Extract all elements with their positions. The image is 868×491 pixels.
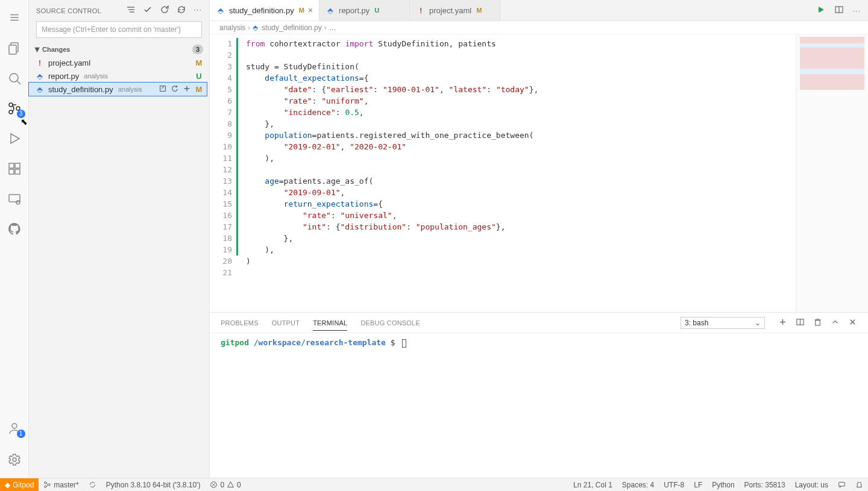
kill-terminal-icon[interactable] xyxy=(813,317,822,328)
file-folder: analysis xyxy=(84,72,108,80)
line-number: 16 xyxy=(210,210,232,221)
view-tree-icon[interactable] xyxy=(126,5,136,16)
new-terminal-icon[interactable] xyxy=(778,317,787,328)
feedback-icon[interactable] xyxy=(833,481,851,489)
line-number: 19 xyxy=(210,244,232,255)
bell-icon[interactable] xyxy=(851,481,868,489)
extensions-icon[interactable] xyxy=(0,154,29,183)
svg-rect-43 xyxy=(839,482,845,486)
line-number: 6 xyxy=(210,95,232,107)
python-interpreter[interactable]: Python 3.8.10 64-bit ('3.8.10') xyxy=(101,481,206,489)
editor-tab[interactable]: ⬘report.pyU xyxy=(319,0,410,20)
breadcrumb-more: … xyxy=(329,23,336,32)
svg-point-8 xyxy=(9,110,13,114)
python-file-icon: ⬘ xyxy=(216,6,225,15)
more-icon[interactable]: ··· xyxy=(193,5,202,16)
search-icon[interactable] xyxy=(0,64,29,93)
line-number: 11 xyxy=(210,152,232,164)
encoding[interactable]: UTF-8 xyxy=(659,481,689,489)
split-editor-icon[interactable] xyxy=(834,5,844,16)
breadcrumb-sep: › xyxy=(248,23,250,32)
commit-message-input[interactable]: Message (Ctrl+Enter to commit on 'master… xyxy=(36,21,202,38)
split-terminal-icon[interactable] xyxy=(796,317,805,328)
close-tab-icon[interactable]: × xyxy=(308,5,313,15)
terminal[interactable]: gitpod /workspace/research-template $ xyxy=(210,333,868,478)
change-item[interactable]: ⬘report.pyanalysisU xyxy=(29,69,207,83)
svg-rect-14 xyxy=(15,169,20,174)
code-editor[interactable]: from cohortextractor import StudyDefinit… xyxy=(240,34,796,312)
language-mode[interactable]: Python xyxy=(707,481,739,489)
svg-point-16 xyxy=(16,201,20,204)
maximize-panel-icon[interactable] xyxy=(831,317,840,328)
accounts-icon[interactable]: 1 xyxy=(0,414,29,443)
line-number-gutter: 123456789101112131415161718192021 xyxy=(210,34,240,312)
line-number: 13 xyxy=(210,175,232,187)
stage-icon[interactable] xyxy=(183,84,191,95)
gitpod-button[interactable]: ◆ Gitpod xyxy=(0,478,39,491)
github-icon[interactable] xyxy=(0,214,29,243)
gitpod-icon: ◆ xyxy=(5,481,10,489)
sync-icon[interactable] xyxy=(177,5,186,16)
layout[interactable]: Layout: us xyxy=(790,481,833,489)
sidebar-title: SOURCE CONTROL xyxy=(36,7,101,14)
line-number: 20 xyxy=(210,255,232,267)
eol[interactable]: LF xyxy=(689,481,707,489)
minimap[interactable] xyxy=(796,34,868,312)
open-file-icon[interactable] xyxy=(159,84,167,95)
explorer-icon[interactable] xyxy=(0,34,29,63)
yaml-file-icon: ! xyxy=(416,6,426,15)
ports[interactable]: Ports: 35813 xyxy=(740,481,790,489)
panel-tab-problems[interactable]: PROBLEMS xyxy=(221,319,259,327)
tab-status: M xyxy=(299,7,304,14)
run-debug-icon[interactable] xyxy=(0,124,29,153)
line-number: 17 xyxy=(210,221,232,233)
terminal-cursor xyxy=(402,339,406,348)
changes-section-header[interactable]: ▶Changes 3 xyxy=(29,43,209,56)
commit-icon[interactable] xyxy=(143,5,153,16)
tab-status: M xyxy=(476,7,482,14)
python-file-icon: ⬘ xyxy=(326,6,335,15)
svg-point-5 xyxy=(10,73,18,82)
branch-indicator[interactable]: master* xyxy=(39,481,83,489)
editor-tab[interactable]: !project.yamlM xyxy=(410,0,500,20)
close-panel-icon[interactable] xyxy=(848,317,857,328)
remote-icon[interactable] xyxy=(0,184,29,213)
menu-button[interactable] xyxy=(0,4,29,33)
svg-marker-25 xyxy=(819,7,824,13)
run-file-icon[interactable] xyxy=(816,5,826,16)
terminal-user: gitpod xyxy=(221,338,249,347)
terminal-prompt-symbol: $ xyxy=(391,338,395,347)
svg-point-18 xyxy=(13,458,16,461)
svg-point-17 xyxy=(12,424,17,428)
indentation[interactable]: Spaces: 4 xyxy=(617,481,659,489)
panel-tab-debug-console[interactable]: DEBUG CONSOLE xyxy=(360,319,420,327)
tab-label: study_definition.py xyxy=(229,6,294,15)
breadcrumb-sep: › xyxy=(324,23,327,32)
change-item[interactable]: ⬘study_definition.pyanalysis M xyxy=(29,83,207,96)
line-number: 7 xyxy=(210,107,232,118)
refresh-icon[interactable] xyxy=(160,5,169,16)
terminal-selector[interactable]: 3: bash xyxy=(681,317,765,329)
line-number: 8 xyxy=(210,118,232,130)
chevron-down-icon: ▶ xyxy=(34,47,41,52)
svg-rect-13 xyxy=(9,169,14,174)
more-actions-icon[interactable]: ··· xyxy=(852,6,861,15)
changes-label: Changes xyxy=(42,46,70,53)
cursor-position[interactable]: Ln 21, Col 1 xyxy=(568,481,617,489)
diff-added-marker xyxy=(236,38,238,255)
accounts-badge: 1 xyxy=(17,430,25,438)
breadcrumb[interactable]: analysis › ⬘ study_definition.py › … xyxy=(210,21,868,34)
settings-gear-icon[interactable] xyxy=(0,445,29,474)
panel-tab-output[interactable]: OUTPUT xyxy=(272,319,300,327)
problems-indicator[interactable]: 0 0 xyxy=(205,481,245,489)
editor-tab[interactable]: ⬘study_definition.pyM× xyxy=(210,0,319,20)
discard-icon[interactable] xyxy=(171,84,179,95)
panel-tab-terminal[interactable]: TERMINAL xyxy=(313,319,347,331)
source-control-icon[interactable]: 3 ⬉ xyxy=(0,94,29,123)
svg-line-6 xyxy=(17,81,20,84)
breadcrumb-file: study_definition.py xyxy=(262,23,321,32)
sync-button[interactable] xyxy=(84,481,101,489)
line-number: 2 xyxy=(210,49,232,61)
line-number: 1 xyxy=(210,38,232,49)
change-item[interactable]: !project.yamlM xyxy=(29,56,207,69)
